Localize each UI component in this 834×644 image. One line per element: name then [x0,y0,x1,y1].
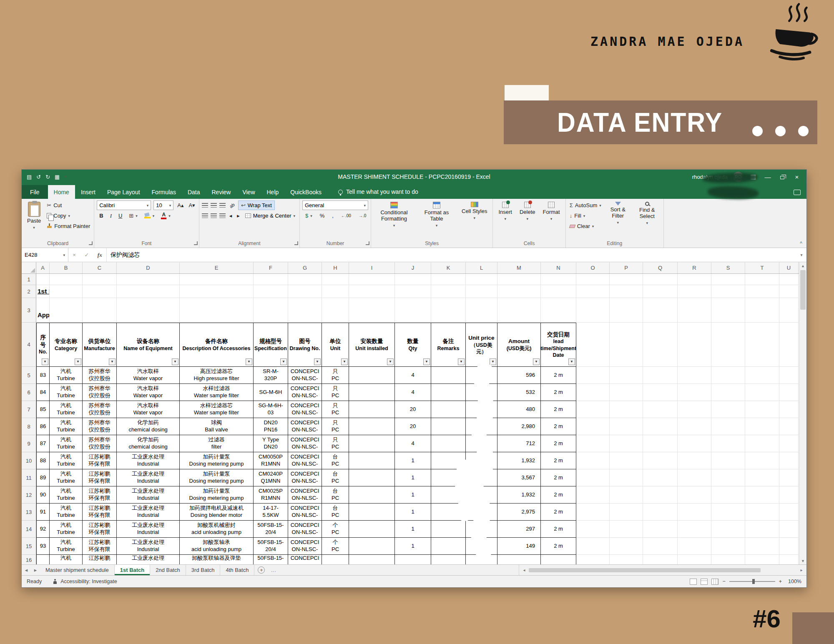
cell-T4[interactable] [745,323,779,367]
scroll-down-icon[interactable]: ▼ [799,557,806,564]
cell-D13[interactable]: 工业废水处理Industrial [117,504,180,521]
cell-S3[interactable] [711,298,745,323]
cell-H13[interactable]: 台PC [322,504,349,521]
cell-H11[interactable]: 台PC [322,469,349,486]
cell-E1[interactable] [180,274,254,285]
column-header-T[interactable]: T [745,262,779,273]
bold-button[interactable]: B [98,211,104,221]
sheet-tab-master[interactable]: Master shipment schedule [40,565,115,575]
undo-icon[interactable]: ↺ [36,174,41,180]
formula-input[interactable]: 保护阀滤芯 [107,248,796,262]
cell-C13[interactable]: 江苏彬鹏环保有限 [83,504,117,521]
cell-H14[interactable]: 个PC [322,521,349,538]
vertical-scrollbar[interactable]: ▲ ▼ [799,262,806,564]
align-middle-icon[interactable] [211,203,217,208]
cell-M7[interactable]: 480 [497,401,541,418]
cell-R12[interactable] [678,486,711,504]
copy-button[interactable]: Copy▾ [45,211,91,221]
cell-F7[interactable]: SG-M-6H-03 [254,401,288,418]
cell-C11[interactable]: 江苏彬鹏环保有限 [83,469,117,486]
column-header-H[interactable]: H [322,262,349,273]
cell-G10[interactable]: CONCEPCION-NLSC- [288,452,322,469]
row-header-3[interactable]: 3 [22,298,36,323]
cell-M13[interactable]: 2,975 [497,504,541,521]
number-format-combo[interactable]: General▾ [302,200,368,210]
cell-M1[interactable] [497,274,541,285]
dialog-launcher-icon[interactable] [89,241,93,245]
cell-M2[interactable] [497,285,541,298]
cell-K11[interactable] [431,469,466,486]
cell-N13[interactable]: 2 m [541,504,576,521]
cell-E3[interactable] [180,298,254,323]
cell-N7[interactable]: 2 m [541,401,576,418]
cell-K3[interactable] [431,298,466,323]
cell-R4[interactable] [678,323,711,367]
cell-G4[interactable]: 图号Drawing No.▼ [288,323,322,367]
cell-B11[interactable]: 汽机Turbine [50,469,83,486]
cell-U15[interactable] [779,538,799,555]
zoom-in-button[interactable]: + [779,579,782,584]
vertical-scroll-thumb[interactable] [800,270,806,310]
cell-B4[interactable]: 专业名称Category▼ [50,323,83,367]
cell-E8[interactable]: 球阀Ball valve [180,418,254,435]
cell-C14[interactable]: 江苏彬鹏环保有限 [83,521,117,538]
row-header-4[interactable]: 4 [22,323,36,367]
qat-customize-icon[interactable]: ▾ [64,175,66,179]
align-bottom-icon[interactable] [219,203,226,208]
cell-E12[interactable]: 加药计量泵Dosing metering pump [180,486,254,504]
cell-D1[interactable] [117,274,180,285]
new-sheet-button[interactable]: + [258,566,265,574]
cell-N6[interactable]: 2 m [541,384,576,401]
cell-L10[interactable] [466,452,497,469]
cell-I11[interactable] [349,469,395,486]
cell-I13[interactable] [349,504,395,521]
cell-R9[interactable] [678,435,711,452]
increase-indent-button[interactable]: ▸ [236,211,241,221]
cell-E15[interactable]: 卸酸泵轴承acid unloading pump [180,538,254,555]
cell-R10[interactable] [678,452,711,469]
cell-P16[interactable] [610,555,643,564]
cell-A9[interactable]: 87 [36,435,50,452]
cell-F14[interactable]: 50FSB-15-20/4 [254,521,288,538]
cell-S4[interactable] [711,323,745,367]
column-header-Q[interactable]: Q [643,262,678,273]
comment-icon[interactable] [794,190,801,195]
cell-U9[interactable] [779,435,799,452]
cell-E13[interactable]: 加药搅拌电机及减速机Dosing blender motor [180,504,254,521]
cell-B3[interactable] [50,298,83,323]
cell-S2[interactable] [711,285,745,298]
paste-button[interactable]: Paste ▾ [24,200,44,231]
column-header-U[interactable]: U [779,262,799,273]
cell-O7[interactable] [576,401,610,418]
italic-button[interactable]: I [109,211,113,221]
cell-T11[interactable] [745,469,779,486]
cell-A13[interactable]: 91 [36,504,50,521]
cell-Q13[interactable] [643,504,678,521]
cell-I14[interactable] [349,521,395,538]
column-header-O[interactable]: O [576,262,610,273]
horizontal-scroll-thumb[interactable] [529,568,761,572]
cell-H1[interactable] [322,274,349,285]
tell-me-box[interactable]: Tell me what you want to do [338,188,418,199]
cell-K2[interactable] [431,285,466,298]
name-box[interactable]: E428 ▾ [22,248,68,262]
cell-B13[interactable]: 汽机Turbine [50,504,83,521]
cell-U2[interactable] [779,285,799,298]
cell-L3[interactable] [466,298,497,323]
cell-B6[interactable]: 汽机Turbine [50,384,83,401]
insert-cells-button[interactable]: Insert▾ [495,200,515,222]
cell-C2[interactable] [83,285,117,298]
dialog-launcher-icon[interactable] [366,241,369,245]
format-painter-button[interactable]: Format Painter [45,221,91,231]
collapse-ribbon-icon[interactable]: ^ [800,241,802,246]
cell-E2[interactable] [180,285,254,298]
cell-G12[interactable]: CONCEPCION-NLSC- [288,486,322,504]
cell-N9[interactable]: 2 m [541,435,576,452]
cell-B5[interactable]: 汽机Turbine [50,367,83,384]
cell-I8[interactable] [349,418,395,435]
cell-D9[interactable]: 化学加药chemical dosing [117,435,180,452]
cell-D4[interactable]: 设备名称Name of Equipment▼ [117,323,180,367]
cell-U1[interactable] [779,274,799,285]
cell-D11[interactable]: 工业废水处理Industrial [117,469,180,486]
cell-H7[interactable]: 只PC [322,401,349,418]
